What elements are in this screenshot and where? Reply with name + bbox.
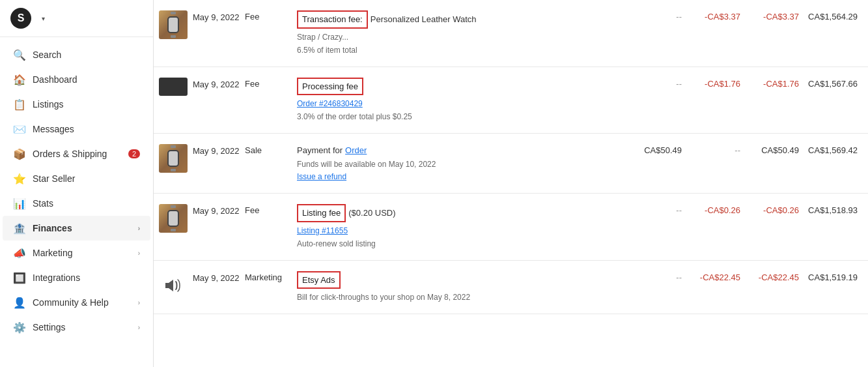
title-extra: ($0.20 USD) <box>348 207 395 220</box>
row-description: Transaction fee:Personalized Leather Wat… <box>297 10 623 56</box>
row-sub1[interactable]: Order #246830429 <box>297 98 623 110</box>
card-icon <box>159 78 188 96</box>
search-icon: 🔍 <box>13 48 26 61</box>
row-thumbnail <box>154 204 193 233</box>
watch-thumbnail <box>159 144 188 173</box>
col-fee: -- <box>682 144 740 155</box>
row-date: May 9, 2022 <box>193 204 245 217</box>
watch-thumbnail <box>159 10 188 39</box>
fee-title-boxed: Etsy Ads <box>297 271 341 289</box>
col-fee: -CA$3.37 <box>682 10 740 22</box>
sidebar-item-label-stats: Stats <box>33 198 140 209</box>
order-link[interactable]: Order <box>345 144 367 157</box>
row-type: Fee <box>245 10 297 22</box>
shop-logo: S <box>10 8 31 29</box>
sidebar-item-label-star-seller: Star Seller <box>33 173 140 184</box>
shop-manager-header[interactable]: S ▾ <box>0 0 153 37</box>
sidebar-item-listings[interactable]: 📋Listings <box>3 92 150 117</box>
marketing-icon: 📣 <box>13 246 26 259</box>
row-thumbnail <box>154 144 193 173</box>
row-sub2[interactable]: Issue a refund <box>297 172 346 181</box>
col-net: -CA$22.45 <box>740 271 799 282</box>
sidebar-item-orders-shipping[interactable]: 📦Orders & Shipping2 <box>3 141 150 166</box>
sidebar-item-marketing[interactable]: 📣Marketing› <box>3 241 150 265</box>
sidebar-item-label-settings: Settings <box>33 322 135 332</box>
sidebar-item-label-finances: Finances <box>33 223 135 233</box>
row-type: Fee <box>245 204 297 215</box>
col-amount: -- <box>623 204 682 215</box>
row-sub1: Strap / Crazy... <box>297 31 623 43</box>
messages-icon: ✉️ <box>13 123 26 136</box>
sidebar-item-label-messages: Messages <box>33 124 140 134</box>
title-plain: Payment for <box>297 144 343 157</box>
sidebar-item-label-integrations: Integrations <box>33 272 140 283</box>
transactions-table: May 9, 2022FeeTransaction fee:Personaliz… <box>154 0 868 314</box>
fee-title-boxed: Transaction fee: <box>297 10 368 29</box>
watch-thumbnail <box>159 204 188 233</box>
row-thumbnail <box>154 10 193 39</box>
table-row: May 9, 2022FeeTransaction fee:Personaliz… <box>154 0 868 67</box>
main-content: May 9, 2022FeeTransaction fee:Personaliz… <box>154 0 868 367</box>
col-net: -CA$1.76 <box>740 78 799 89</box>
row-type: Marketing <box>245 271 297 282</box>
row-date: May 9, 2022 <box>193 271 245 284</box>
col-amount: -- <box>623 10 682 22</box>
nav-chevron-settings: › <box>138 324 140 331</box>
stats-icon: 📊 <box>13 197 26 210</box>
finances-icon: 🏦 <box>13 222 26 235</box>
sidebar-item-settings[interactable]: ⚙️Settings› <box>3 315 150 340</box>
nav-chevron-finances: › <box>138 225 140 232</box>
nav-chevron-marketing: › <box>138 250 140 257</box>
sidebar-header-chevron: ▾ <box>42 15 45 22</box>
table-row: May 9, 2022FeeListing fee($0.20 USD)List… <box>154 194 868 261</box>
col-amount: -- <box>623 78 682 89</box>
settings-icon: ⚙️ <box>13 321 26 334</box>
sidebar-nav: 🔍Search🏠Dashboard📋Listings✉️Messages📦Ord… <box>0 37 153 367</box>
row-thumbnail <box>154 271 193 300</box>
nav-badge-orders-shipping: 2 <box>128 149 140 158</box>
col-fee: -CA$22.45 <box>682 271 740 282</box>
product-name: Personalized Leather Watch <box>371 13 477 26</box>
listings-icon: 📋 <box>13 98 26 111</box>
col-balance: CA$1,518.93 <box>799 204 858 215</box>
table-row: May 9, 2022MarketingEtsy AdsBill for cli… <box>154 261 868 315</box>
row-sub2: 3.0% of the order total plus $0.25 <box>297 111 623 123</box>
sidebar-item-label-dashboard: Dashboard <box>33 74 140 85</box>
sidebar-item-stats[interactable]: 📊Stats <box>3 191 150 216</box>
row-type: Fee <box>245 78 297 89</box>
sidebar-item-community-help[interactable]: 👤Community & Help› <box>3 290 150 315</box>
col-net: CA$50.49 <box>740 144 799 155</box>
sidebar-item-star-seller[interactable]: ⭐Star Seller <box>3 166 150 191</box>
table-row: May 9, 2022SalePayment for OrderFunds wi… <box>154 134 868 194</box>
sidebar-item-label-orders-shipping: Orders & Shipping <box>33 149 126 159</box>
col-fee: -CA$0.26 <box>682 204 740 215</box>
sidebar-item-label-search: Search <box>33 50 140 60</box>
nav-chevron-community-help: › <box>138 299 140 306</box>
col-balance: CA$1,519.19 <box>799 271 858 282</box>
row-description: Listing fee($0.20 USD)Listing #11655Auto… <box>297 204 623 250</box>
orders-shipping-icon: 📦 <box>13 147 26 160</box>
row-date: May 9, 2022 <box>193 144 245 157</box>
sidebar-item-dashboard[interactable]: 🏠Dashboard <box>3 67 150 92</box>
sidebar-item-label-marketing: Marketing <box>33 248 135 258</box>
col-balance: CA$1,564.29 <box>799 10 858 22</box>
row-description: Processing feeOrder #2468304293.0% of th… <box>297 78 623 123</box>
integrations-icon: 🔲 <box>13 271 26 284</box>
col-net: -CA$3.37 <box>740 10 799 22</box>
megaphone-icon <box>159 271 188 300</box>
sidebar-item-messages[interactable]: ✉️Messages <box>3 117 150 141</box>
row-sub1[interactable]: Listing #11655 <box>297 225 623 237</box>
fee-title-boxed: Processing fee <box>297 78 363 96</box>
row-date: May 9, 2022 <box>193 78 245 91</box>
col-net: -CA$0.26 <box>740 204 799 215</box>
sidebar-item-search[interactable]: 🔍Search <box>3 42 150 67</box>
row-sub2: Auto-renew sold listing <box>297 238 623 250</box>
col-amount: -- <box>623 271 682 282</box>
sidebar-item-integrations[interactable]: 🔲Integrations <box>3 265 150 290</box>
community-help-icon: 👤 <box>13 296 26 309</box>
sidebar-item-finances[interactable]: 🏦Finances› <box>3 216 150 241</box>
row-date: May 9, 2022 <box>193 10 245 23</box>
row-sub2: 6.5% of item total <box>297 44 623 56</box>
row-thumbnail <box>154 78 193 96</box>
sidebar: S ▾ 🔍Search🏠Dashboard📋Listings✉️Messages… <box>0 0 154 367</box>
